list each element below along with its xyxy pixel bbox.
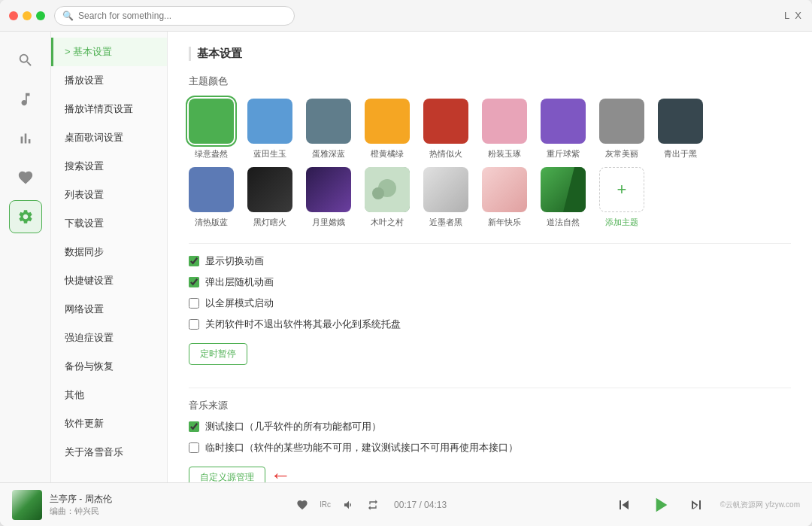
theme-grid-row2: 清热版蓝 黑灯瞎火 月里嫦娥	[189, 167, 791, 228]
checkbox-fullscreen-input[interactable]	[189, 298, 199, 309]
search-input[interactable]	[78, 11, 286, 21]
add-theme-button[interactable]: +	[599, 167, 644, 212]
sidebar-item-search[interactable]	[9, 44, 42, 77]
theme-blue-light[interactable]: 清热版蓝	[189, 167, 234, 228]
checkbox-minimize-input[interactable]	[189, 319, 199, 330]
nav-item-data-sync[interactable]: 数据同步	[51, 238, 167, 266]
theme-swatch-dark	[658, 99, 703, 144]
nav-item-download[interactable]: 下载设置	[51, 209, 167, 238]
player-lrc-button[interactable]: lRc	[317, 497, 334, 512]
theme-ink[interactable]: 近墨者黑	[423, 167, 468, 228]
nav-item-about[interactable]: 关于洛雪音乐	[51, 438, 167, 467]
player-prev-button[interactable]	[612, 493, 636, 517]
theme-swatch-red	[423, 99, 468, 144]
sidebar-item-settings[interactable]	[9, 200, 42, 233]
checkbox-test-api-input[interactable]	[189, 421, 199, 432]
sidebar-item-favorites[interactable]	[9, 161, 42, 194]
maximize-button[interactable]	[36, 11, 45, 20]
theme-label-purple-dark: 月里嫦娥	[312, 217, 345, 228]
theme-label-orange: 橙黄橘绿	[371, 148, 404, 160]
theme-grid-row1: 绿意盎然 蓝田生玉 蛋雅深蓝 橙黄橘绿	[189, 99, 791, 160]
app-window: 🔍 L X	[0, 0, 812, 526]
player-repeat-button[interactable]	[364, 496, 382, 514]
source-section-title: 音乐来源	[189, 399, 791, 412]
timer-pause-button[interactable]: 定时暂停	[189, 343, 247, 365]
player-next-button[interactable]	[684, 493, 708, 517]
theme-pink[interactable]: 粉装玉琢	[482, 99, 527, 160]
red-arrow-annotation: ←	[270, 464, 291, 483]
theme-label-black: 黑灯瞎火	[253, 217, 286, 228]
player-controls	[612, 490, 708, 520]
player-info: 兰亭序 - 周杰伦 编曲：钟兴民	[50, 493, 140, 517]
nav-item-update[interactable]: 软件更新	[51, 409, 167, 438]
checkbox-temp-api-input[interactable]	[189, 442, 199, 453]
checkbox-fullscreen-label: 以全屏模式启动	[205, 296, 274, 310]
nav-item-list[interactable]: 列表设置	[51, 181, 167, 209]
player-bar: 兰亭序 - 周杰伦 编曲：钟兴民 lRc 00:17 / 04:13	[0, 482, 812, 526]
theme-label-dark: 青出于黑	[664, 148, 697, 160]
theme-add[interactable]: + 添加主题	[599, 167, 644, 228]
nav-item-desktop-lyrics[interactable]: 桌面歌词设置	[51, 123, 167, 152]
nav-item-backup[interactable]: 备份与恢复	[51, 352, 167, 381]
theme-swatch-blue-light	[189, 167, 234, 212]
custom-source-button[interactable]: 自定义源管理	[189, 467, 265, 482]
theme-label-ink: 近墨者黑	[429, 217, 462, 228]
theme-purple-dark[interactable]: 月里嫦娥	[306, 167, 351, 228]
nav-item-playback[interactable]: 播放设置	[51, 66, 167, 95]
theme-swatch-village	[365, 167, 410, 212]
sidebar-item-music[interactable]	[9, 83, 42, 116]
theme-swatch-blue-tian	[247, 99, 292, 144]
settings-nav: 基本设置 播放设置 播放详情页设置 桌面歌词设置 搜索设置 列表设置 下载设置 …	[51, 32, 168, 482]
nav-item-ocd[interactable]: 强迫症设置	[51, 324, 167, 352]
theme-orange[interactable]: 橙黄橘绿	[365, 99, 410, 160]
close-button[interactable]	[9, 11, 18, 20]
theme-label-newyear: 新年快乐	[488, 217, 521, 228]
sidebar-item-chart[interactable]	[9, 122, 42, 155]
theme-section-title: 主题颜色	[189, 74, 791, 88]
theme-label-blue-tian: 蓝田生玉	[253, 148, 286, 160]
player-icons-left: lRc	[293, 496, 382, 514]
theme-label-village: 木叶之村	[371, 217, 404, 228]
checkbox-show-anim-input[interactable]	[189, 256, 199, 266]
theme-label-green: 绿意盎然	[195, 148, 228, 160]
nav-item-network[interactable]: 网络设置	[51, 295, 167, 324]
nav-item-search[interactable]: 搜索设置	[51, 152, 167, 181]
theme-label-tao: 道法自然	[547, 217, 580, 228]
theme-black[interactable]: 黑灯瞎火	[247, 167, 292, 228]
traffic-lights	[9, 11, 45, 20]
theme-label-blue-dark: 蛋雅深蓝	[312, 148, 345, 160]
checkbox-show-anim: 显示切换动画	[189, 254, 791, 268]
search-bar[interactable]: 🔍	[54, 6, 295, 26]
divider-2	[189, 388, 791, 388]
player-volume-button[interactable]	[340, 496, 358, 514]
theme-blue-dark[interactable]: 蛋雅深蓝	[306, 99, 351, 160]
theme-gray[interactable]: 灰常美丽	[599, 99, 644, 160]
theme-green[interactable]: 绿意盎然	[189, 99, 234, 160]
checkbox-popup-anim-input[interactable]	[189, 277, 199, 287]
theme-newyear[interactable]: 新年快乐	[482, 167, 527, 228]
theme-swatch-purple	[541, 99, 586, 144]
theme-red[interactable]: 热情似火	[423, 99, 468, 160]
nav-item-basic[interactable]: 基本设置	[51, 38, 167, 66]
checkbox-test-api-label: 测试接口（几乎软件的所有功能都可用）	[205, 420, 381, 433]
theme-swatch-ink	[423, 167, 468, 212]
theme-swatch-newyear	[482, 167, 527, 212]
theme-swatch-pink	[482, 99, 527, 144]
checkbox-minimize: 关闭软件时不退出软件将其最小化到系统托盘	[189, 318, 791, 331]
player-heart-button[interactable]	[293, 496, 311, 514]
theme-blue-tian[interactable]: 蓝田生玉	[247, 99, 292, 160]
nav-item-playback-detail[interactable]: 播放详情页设置	[51, 95, 167, 123]
custom-source-container: 自定义源管理 ←	[189, 462, 291, 482]
player-play-button[interactable]	[645, 490, 675, 520]
minimize-button[interactable]	[23, 11, 32, 20]
checkbox-popup-anim-label: 弹出层随机动画	[205, 275, 274, 289]
player-song: 兰亭序 - 周杰伦	[50, 493, 140, 506]
player-artist: 编曲：钟兴民	[50, 506, 140, 517]
theme-purple[interactable]: 重斤球紫	[541, 99, 586, 160]
theme-village[interactable]: 木叶之村	[365, 167, 410, 228]
theme-dark[interactable]: 青出于黑	[658, 99, 703, 160]
theme-swatch-black	[247, 167, 292, 212]
nav-item-other[interactable]: 其他	[51, 381, 167, 409]
nav-item-shortcuts[interactable]: 快捷键设置	[51, 266, 167, 295]
theme-tao[interactable]: 道法自然	[541, 167, 586, 228]
